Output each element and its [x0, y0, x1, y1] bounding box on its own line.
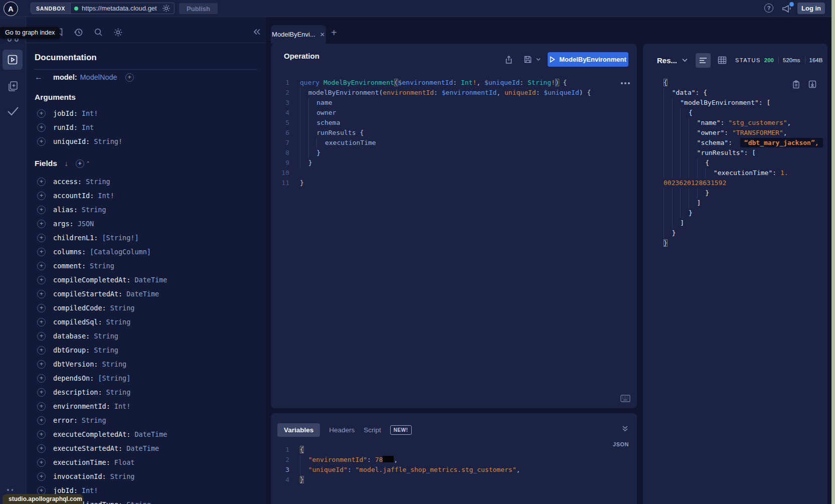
- save-icon[interactable]: [524, 55, 532, 64]
- code-line[interactable]: "modelByEnvironment": [: [663, 98, 825, 108]
- field-type[interactable]: String: [86, 178, 110, 186]
- collapse-sidebar-icon[interactable]: [253, 28, 261, 36]
- field-type[interactable]: DateTime: [134, 430, 167, 438]
- add-field-icon[interactable]: [37, 137, 46, 146]
- add-field-icon[interactable]: [37, 304, 46, 312]
- code-line[interactable]: 10: [271, 168, 637, 178]
- code-line[interactable]: 4}: [271, 475, 637, 485]
- field-type[interactable]: String: [102, 360, 126, 368]
- add-field-icon[interactable]: [37, 318, 46, 326]
- add-field-icon[interactable]: [37, 178, 46, 186]
- add-field-icon[interactable]: [37, 262, 46, 270]
- share-icon[interactable]: [505, 55, 513, 64]
- graphql-editor[interactable]: 1query ModelByEnvironment($environmentId…: [271, 78, 637, 188]
- add-field-icon[interactable]: [37, 290, 46, 298]
- code-line[interactable]: 2modelByEnvironment(environmentId: $envi…: [271, 88, 637, 98]
- response-json[interactable]: {"data": {"modelByEnvironment": [{"name"…: [663, 78, 825, 248]
- code-line[interactable]: 11}: [271, 178, 637, 188]
- keyboard-shortcuts-icon[interactable]: [620, 395, 630, 402]
- field-type[interactable]: DateTime: [126, 444, 159, 452]
- add-field-icon[interactable]: [37, 486, 46, 495]
- code-line[interactable]: 4owner: [271, 108, 637, 118]
- sort-descending-icon[interactable]: ↓: [65, 159, 68, 167]
- code-line[interactable]: "name": "stg_customers",: [663, 118, 825, 128]
- code-line[interactable]: {: [663, 108, 825, 118]
- add-model-icon[interactable]: [125, 73, 134, 82]
- code-line[interactable]: {: [663, 78, 825, 88]
- code-line[interactable]: {: [663, 158, 825, 168]
- field-type[interactable]: Int!: [82, 109, 98, 117]
- chevron-down-icon[interactable]: ˆ: [87, 161, 89, 166]
- endpoint-url-field[interactable]: https://metadata.cloud.get: [71, 3, 174, 14]
- field-type[interactable]: Int!: [82, 486, 98, 494]
- field-type[interactable]: String: [106, 388, 131, 396]
- variables-editor[interactable]: 1{2"environmentId": 78,3"uniqueId": "mod…: [271, 445, 637, 485]
- field-type[interactable]: [String!]: [102, 234, 138, 242]
- add-field-icon[interactable]: [37, 360, 46, 369]
- field-type[interactable]: String: [110, 472, 135, 480]
- add-field-icon[interactable]: [37, 192, 46, 200]
- code-line[interactable]: }: [663, 188, 825, 198]
- model-type-link[interactable]: ModelNode: [80, 73, 117, 81]
- save-dropdown-chevron-icon[interactable]: [536, 58, 541, 61]
- code-line[interactable]: ]: [663, 198, 825, 208]
- response-dropdown-chevron-icon[interactable]: [682, 58, 688, 62]
- run-operation-button[interactable]: ModelByEnvironment: [548, 52, 628, 67]
- add-field-icon[interactable]: [37, 388, 46, 397]
- add-field-icon[interactable]: [37, 276, 46, 284]
- settings-gear-icon[interactable]: [113, 28, 123, 37]
- field-type[interactable]: Int!: [98, 192, 114, 200]
- announcements-megaphone-icon[interactable]: [781, 3, 793, 14]
- add-field-icon[interactable]: [37, 416, 46, 425]
- code-line[interactable]: 2"environmentId": 78,: [271, 455, 637, 465]
- code-line[interactable]: 1query ModelByEnvironment($environmentId…: [271, 78, 637, 88]
- add-field-icon[interactable]: [37, 234, 46, 242]
- tab-variables[interactable]: Variables: [277, 423, 320, 437]
- collections-nav-item[interactable]: [0, 80, 26, 92]
- code-line[interactable]: }: [663, 208, 825, 218]
- field-type[interactable]: String: [110, 304, 135, 312]
- code-line[interactable]: }: [663, 228, 825, 238]
- code-line[interactable]: 5schema: [271, 118, 637, 128]
- add-field-icon[interactable]: [37, 109, 46, 118]
- field-type[interactable]: String: [82, 416, 106, 424]
- code-line[interactable]: 0023620128631592: [663, 178, 825, 188]
- field-type[interactable]: Float: [114, 458, 135, 466]
- field-type[interactable]: String!: [94, 137, 122, 145]
- publish-button[interactable]: Publish: [179, 3, 218, 14]
- field-type[interactable]: String: [90, 262, 114, 270]
- operation-tab[interactable]: ModelByEnvi... ✕: [271, 25, 326, 44]
- code-line[interactable]: 7executionTime: [271, 138, 637, 148]
- add-all-fields-icon[interactable]: [76, 159, 84, 168]
- code-line[interactable]: 6runResults {: [271, 128, 637, 138]
- add-field-icon[interactable]: [37, 472, 46, 481]
- explorer-nav-item[interactable]: [3, 50, 23, 70]
- field-type[interactable]: String: [126, 500, 151, 504]
- add-field-icon[interactable]: [37, 458, 46, 467]
- new-tab-icon[interactable]: +: [331, 27, 337, 39]
- tab-script[interactable]: Script: [364, 426, 381, 434]
- field-type[interactable]: String: [94, 346, 118, 354]
- tab-headers[interactable]: Headers: [329, 426, 355, 434]
- search-icon[interactable]: [94, 28, 103, 37]
- endpoint-settings-gear-icon[interactable]: [162, 4, 171, 13]
- field-type[interactable]: String: [82, 206, 106, 214]
- add-field-icon[interactable]: [37, 430, 46, 439]
- add-field-icon[interactable]: [37, 248, 46, 256]
- field-type[interactable]: [CatalogColumn]: [90, 248, 151, 256]
- endpoint-url-text[interactable]: https://metadata.cloud.get: [82, 5, 158, 12]
- add-field-icon[interactable]: [37, 220, 46, 228]
- add-field-icon[interactable]: [37, 123, 46, 132]
- field-type[interactable]: [String]: [98, 374, 130, 382]
- add-field-icon[interactable]: [37, 332, 46, 341]
- code-line[interactable]: 3name: [271, 98, 637, 108]
- close-tab-icon[interactable]: ✕: [320, 31, 325, 38]
- checks-nav-item[interactable]: [0, 105, 26, 116]
- field-type[interactable]: JSON: [78, 220, 94, 228]
- code-line[interactable]: 3"uniqueId": "model.jaffle_shop_metrics.…: [271, 465, 637, 475]
- code-line[interactable]: "data": {: [663, 88, 825, 98]
- collapse-panel-icon[interactable]: [622, 425, 628, 432]
- code-line[interactable]: "executionTime": 1.: [663, 168, 825, 178]
- help-icon[interactable]: ?: [764, 4, 773, 13]
- field-type[interactable]: String: [94, 332, 118, 340]
